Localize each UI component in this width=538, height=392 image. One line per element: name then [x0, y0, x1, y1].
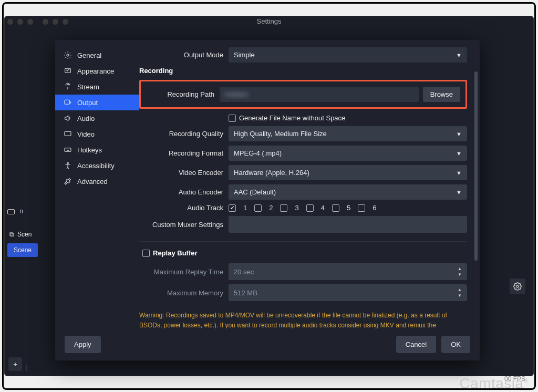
keyboard-icon: [64, 146, 72, 154]
track-2-checkbox[interactable]: [254, 204, 262, 212]
audio-encoder-label: Audio Encoder: [139, 188, 229, 196]
scenes-panel: ⧉Scen Scene: [7, 229, 38, 257]
wrench-icon: [64, 177, 72, 185]
muxer-input[interactable]: [229, 216, 467, 233]
chevron-down-icon: ▼: [456, 150, 462, 157]
gen-filename-checkbox[interactable]: [229, 115, 236, 122]
track-6-checkbox[interactable]: [358, 204, 365, 212]
ok-button[interactable]: OK: [441, 336, 470, 353]
sidebar-item-stream[interactable]: Stream: [55, 79, 139, 95]
sidebar-item-video[interactable]: Video: [55, 126, 139, 142]
sidebar-item-output[interactable]: Output: [55, 95, 139, 110]
audio-encoder-select[interactable]: AAC (Default)▼: [229, 184, 467, 200]
svg-point-0: [516, 285, 519, 287]
settings-content: Output Mode Simple ▼ Recording Recording…: [139, 40, 480, 328]
replay-header: Replay Buffer: [153, 249, 198, 257]
quality-label: Recording Quality: [139, 130, 229, 138]
paint-icon: [64, 67, 72, 75]
sidebar-item-label: Hotkeys: [77, 146, 102, 154]
audio-track-label: Audio Track: [139, 204, 229, 212]
browse-button[interactable]: Browse: [423, 87, 460, 102]
accessibility-icon: [64, 161, 72, 170]
divider: [139, 241, 467, 242]
gear-icon: [64, 51, 72, 59]
chevron-down-icon: ▼: [456, 170, 462, 176]
recording-header: Recording: [139, 67, 467, 75]
recording-path-label: Recording Path: [146, 90, 220, 98]
antenna-icon: [64, 82, 72, 91]
sidebar-item-label: Stream: [77, 83, 99, 91]
window-title: Settings: [0, 17, 538, 25]
dialog-footer: Apply Cancel OK: [55, 328, 480, 360]
muxer-label: Custom Muxer Settings: [139, 221, 229, 229]
divider: |: [25, 363, 27, 371]
gen-filename-label: Generate File Name without Space: [239, 114, 345, 122]
add-icon[interactable]: +: [8, 357, 22, 371]
sidebar-item-label: Advanced: [77, 178, 108, 185]
svg-rect-4: [65, 131, 71, 136]
svg-point-1: [67, 54, 69, 56]
recording-path-highlight: Recording Path hidden Browse: [139, 80, 467, 109]
track-1-checkbox[interactable]: [229, 204, 236, 212]
replay-memory-input[interactable]: 512 MB▲▼: [229, 284, 467, 301]
settings-dialog: General Appearance Stream Output Audio V…: [55, 40, 480, 360]
warning-text: Warning: Recordings saved to MP4/MOV wil…: [139, 311, 467, 328]
cancel-button[interactable]: Cancel: [396, 336, 436, 353]
camtasia-watermark: Camtasia®: [459, 375, 529, 392]
output-mode-label: Output Mode: [139, 51, 229, 59]
sidebar-item-label: General: [77, 51, 101, 59]
sidebar-item-general[interactable]: General: [55, 47, 139, 63]
video-encoder-select[interactable]: Hardware (Apple, H.264)▼: [229, 165, 467, 180]
sidebar-item-audio[interactable]: Audio: [55, 110, 139, 126]
bg-label: n: [7, 208, 23, 215]
svg-rect-5: [65, 148, 71, 152]
sidebar-item-hotkeys[interactable]: Hotkeys: [55, 142, 139, 158]
sidebar-item-appearance[interactable]: Appearance: [55, 63, 139, 79]
replay-time-input[interactable]: 20 sec▲▼: [229, 263, 467, 280]
stepper-icon[interactable]: ▲▼: [458, 266, 462, 277]
output-icon: [64, 98, 72, 107]
output-mode-select[interactable]: Simple ▼: [229, 47, 467, 63]
sidebar-item-label: Video: [77, 130, 95, 138]
sidebar-item-label: Output: [77, 99, 98, 107]
video-encoder-label: Video Encoder: [139, 169, 229, 177]
audio-track-group: 1 2 3 4 5 6: [229, 204, 467, 212]
svg-point-6: [67, 162, 69, 164]
settings-sidebar: General Appearance Stream Output Audio V…: [55, 40, 139, 328]
replay-buffer-checkbox[interactable]: [142, 250, 150, 257]
gear-icon[interactable]: [510, 278, 525, 294]
chevron-down-icon: ▼: [456, 131, 462, 137]
sidebar-item-label: Appearance: [77, 67, 114, 75]
monitor-icon: [64, 130, 72, 138]
replay-time-label: Maximum Replay Time: [139, 268, 229, 276]
svg-rect-3: [65, 100, 69, 104]
stepper-icon[interactable]: ▲▼: [458, 287, 462, 298]
quality-select[interactable]: High Quality, Medium File Size▼: [229, 126, 467, 141]
speaker-icon: [64, 114, 72, 122]
sidebar-item-accessibility[interactable]: Accessibility: [55, 158, 139, 173]
format-select[interactable]: MPEG-4 (.mp4)▼: [229, 146, 467, 161]
chevron-down-icon: ▼: [456, 52, 462, 58]
track-4-checkbox[interactable]: [306, 204, 314, 212]
format-label: Recording Format: [139, 149, 229, 157]
copy-icon: ⧉: [9, 231, 14, 238]
chevron-down-icon: ▼: [456, 189, 462, 195]
track-5-checkbox[interactable]: [332, 204, 339, 212]
scene-item[interactable]: Scene: [7, 243, 38, 257]
scrollbar[interactable]: [474, 71, 478, 261]
apply-button[interactable]: Apply: [65, 336, 101, 353]
replay-memory-label: Maximum Memory: [139, 289, 229, 297]
sidebar-item-label: Audio: [77, 115, 95, 122]
track-3-checkbox[interactable]: [280, 204, 287, 212]
sidebar-item-advanced[interactable]: Advanced: [55, 173, 139, 189]
sidebar-item-label: Accessibility: [77, 162, 115, 170]
recording-path-input[interactable]: hidden: [220, 87, 419, 102]
